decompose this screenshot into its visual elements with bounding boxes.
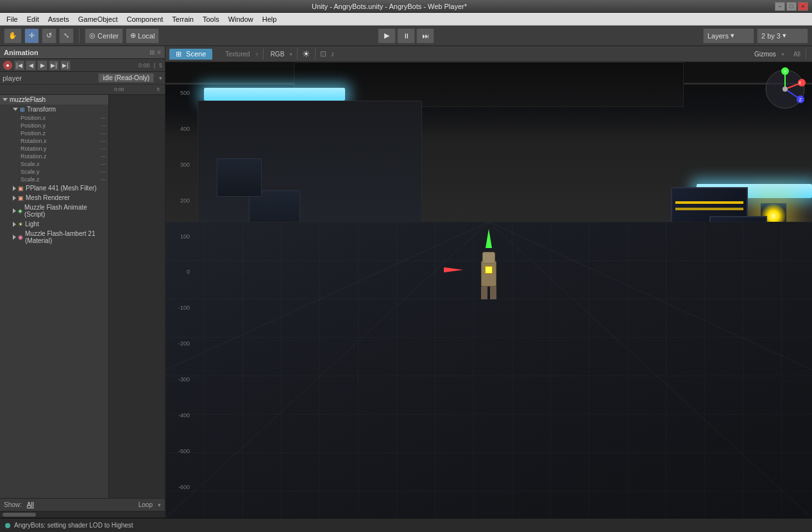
timeline-ruler: 0:00 5 [0, 85, 165, 95]
svg-text:Z: Z [799, 97, 802, 102]
tree-item-transform[interactable]: ⊞ Transform [0, 104, 108, 114]
tree-item-muzzle-script[interactable]: ◈ Muzzle Flash Animate (Script) [0, 203, 108, 219]
timeline-scrollbar[interactable] [0, 511, 165, 517]
anim-prev-button[interactable]: ◀ [26, 60, 36, 71]
svg-point-15 [782, 87, 788, 92]
gizmo-center [485, 266, 493, 274]
expand-arrow-icon [13, 235, 16, 240]
orientation-gizmo[interactable]: X Y Z [763, 67, 807, 111]
scene-mode-sep: ▾ [255, 51, 258, 58]
tree-item-light[interactable]: ☀ Light [0, 219, 108, 229]
tree-item-scale-z[interactable]: Scale.z [0, 176, 108, 183]
anim-start-button[interactable]: |◀ [14, 60, 24, 71]
animation-panel-header: Animation ⊞ ≡ [0, 46, 165, 59]
layers-chevron-icon: ▾ [731, 31, 734, 40]
minimize-button[interactable]: − [775, 2, 785, 11]
hand-tool-button[interactable]: ✋ [4, 28, 22, 44]
tree-item-muzzleflash[interactable]: muzzleFlash [0, 95, 108, 104]
scene-tab[interactable]: ⊞ Scene [169, 49, 212, 60]
layout-chevron-icon: ▾ [782, 31, 786, 40]
close-button[interactable]: × [798, 2, 808, 11]
ruler-start: 0:00 [114, 87, 124, 92]
menu-edit[interactable]: Edit [23, 15, 43, 24]
layers-dropdown[interactable]: Layers ▾ [703, 28, 754, 44]
anim-next-button[interactable]: ▶| [49, 60, 59, 71]
tree-item-rotation-z[interactable]: Rotation.z [0, 153, 108, 160]
gizmos-label[interactable]: Gizmos [754, 51, 776, 58]
menu-file[interactable]: File [3, 15, 22, 24]
transform-icon: ⊞ [20, 106, 25, 113]
rgb-mode[interactable]: RGB [268, 51, 287, 58]
menu-window[interactable]: Window [224, 15, 257, 24]
tree-item-position-y[interactable]: Position.y [0, 122, 108, 129]
scene-icon-audio[interactable]: ♪ [330, 49, 334, 58]
animation-controls: ● |◀ ◀ ▶ ▶| ▶| 0:00 | 5 [0, 59, 165, 72]
mesh-renderer-icon: ▣ [18, 195, 24, 201]
ruler-end: 5 [157, 87, 160, 92]
crate-accent-1 [675, 201, 743, 204]
center-icon: ◎ [89, 31, 96, 40]
anim-play-button[interactable]: ▶ [37, 60, 47, 71]
scene-3d-content[interactable]: 500 400 300 200 100 0 -100 -200 -300 -40… [165, 62, 812, 518]
anim-end-frame: | [154, 62, 155, 69]
tree-item-position-x[interactable]: Position.x [0, 114, 108, 122]
svg-line-2 [489, 222, 812, 518]
title-controls: − □ × [775, 2, 808, 11]
menu-tools[interactable]: Tools [199, 15, 223, 24]
clip-selector[interactable]: idle (Read-Only) [98, 73, 154, 83]
menu-assets[interactable]: Assets [44, 15, 73, 24]
sun-icon[interactable]: ☀ [302, 49, 310, 59]
maximize-button[interactable]: □ [786, 2, 797, 11]
play-button[interactable]: ▶ [378, 28, 396, 44]
tree-item-rotation-x[interactable]: Rotation.x [0, 137, 108, 145]
tree-item-mesh-renderer[interactable]: ▣ Mesh Renderer [0, 193, 108, 203]
rotate-tool-button[interactable]: ↺ [42, 28, 56, 44]
tree-item-pplane[interactable]: ▣ PPlane 441 (Mesh Filter) [0, 183, 108, 193]
expand-arrow-icon [13, 195, 16, 201]
local-button[interactable]: ⊕ Local [126, 28, 159, 44]
scene-toolbar: ⊞ Scene Textured ▾ RGB ▾ ☀ ⊡ ♪ Gizmos ▾ … [165, 46, 812, 62]
script-icon: ◈ [18, 208, 22, 214]
animation-panel: Animation ⊞ ≡ ● |◀ ◀ ▶ ▶| ▶| 0:00 | 5 [0, 46, 165, 518]
tree-item-material[interactable]: ◉ Muzzle Flash-lambert 21 (Material) [0, 229, 108, 245]
timeline-tracks[interactable] [109, 95, 165, 498]
expand-arrow-icon [13, 108, 18, 111]
timeline-area: 0:00 5 muzzleFlash [0, 85, 165, 517]
loop-label: Loop [139, 501, 153, 508]
anim-menu-icon[interactable]: ≡ [157, 49, 161, 56]
main-layout: Animation ⊞ ≡ ● |◀ ◀ ▶ ▶| ▶| 0:00 | 5 [0, 46, 812, 518]
char-head [482, 252, 495, 263]
scene-view-mode[interactable]: Textured [223, 51, 252, 58]
tree-item-position-z[interactable]: Position.z [0, 129, 108, 137]
anim-time-display: 0:00 [139, 62, 150, 69]
timeline-scroll-thumb[interactable] [3, 513, 36, 517]
scene-sep-right [806, 49, 808, 59]
menu-component[interactable]: Component [123, 15, 167, 24]
pause-button[interactable]: ⏸ [397, 28, 415, 44]
scene-sep-3 [315, 48, 316, 60]
anim-record-button[interactable]: ● [3, 60, 13, 71]
status-message: AngryBots: setting shader LOD to Highest [14, 522, 133, 529]
menu-help[interactable]: Help [258, 15, 281, 24]
menu-terrain[interactable]: Terrain [168, 15, 198, 24]
expand-arrow-icon [13, 208, 16, 213]
show-value[interactable]: All [27, 501, 34, 508]
layout-dropdown[interactable]: 2 by 3 ▾ [757, 28, 808, 44]
scale-tool-button[interactable]: ⤡ [59, 28, 74, 44]
loop-expand-icon[interactable]: ▾ [158, 502, 161, 508]
tree-item-scale-x[interactable]: Scale.x [0, 160, 108, 168]
move-tool-button[interactable]: ✛ [24, 28, 39, 44]
step-button[interactable]: ⏭ [416, 28, 434, 44]
rgb-chevron-icon: ▾ [289, 51, 292, 58]
player-expand-icon[interactable]: ▾ [159, 75, 162, 81]
scene-icon-2d[interactable]: ⊡ [320, 49, 326, 58]
char-leg-r [490, 287, 496, 299]
tree-item-rotation-y[interactable]: Rotation.y [0, 145, 108, 153]
scene-sep-2 [297, 48, 298, 60]
anim-end-button[interactable]: ▶| [60, 60, 71, 71]
anim-expand-icon[interactable]: ⊞ [149, 49, 155, 56]
tree-item-scale-y[interactable]: Scale.y [0, 168, 108, 176]
menu-gameobject[interactable]: GameObject [74, 15, 122, 24]
center-button[interactable]: ◎ Center [85, 28, 123, 44]
menu-bar: File Edit Assets GameObject Component Te… [0, 13, 812, 26]
